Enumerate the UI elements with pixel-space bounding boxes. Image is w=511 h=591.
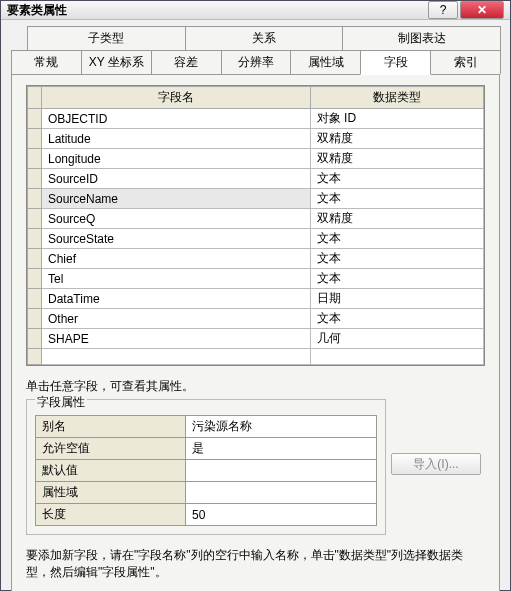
row-header[interactable]: [28, 269, 42, 289]
cell-data-type[interactable]: 双精度: [310, 209, 483, 229]
instruction-text: 单击任意字段，可查看其属性。: [26, 378, 485, 395]
tabs-row-lower: 常规XY 坐标系容差分辨率属性域字段索引: [11, 50, 500, 74]
tab-panel-fields: 字段名 数据类型 OBJECTID对象 IDLatitude双精度Longitu…: [11, 74, 500, 591]
col-data-type[interactable]: 数据类型: [310, 87, 483, 109]
row-header-col: [28, 87, 42, 109]
tab-分辨率[interactable]: 分辨率: [221, 50, 292, 74]
table-row[interactable]: SHAPE几何: [28, 329, 484, 349]
table-row[interactable]: DataTime日期: [28, 289, 484, 309]
property-value[interactable]: [186, 482, 377, 504]
fields-grid[interactable]: 字段名 数据类型 OBJECTID对象 IDLatitude双精度Longitu…: [26, 85, 485, 366]
tab-字段[interactable]: 字段: [360, 50, 431, 75]
cell-data-type[interactable]: 文本: [310, 309, 483, 329]
table-row[interactable]: SourceID文本: [28, 169, 484, 189]
property-row[interactable]: 别名污染源名称: [36, 416, 377, 438]
table-row[interactable]: OBJECTID对象 ID: [28, 109, 484, 129]
cell-field-name[interactable]: SourceState: [42, 229, 311, 249]
cell-data-type[interactable]: 双精度: [310, 129, 483, 149]
row-header[interactable]: [28, 329, 42, 349]
cell-field-name[interactable]: SHAPE: [42, 329, 311, 349]
row-header[interactable]: [28, 289, 42, 309]
row-header[interactable]: [28, 189, 42, 209]
cell-data-type[interactable]: [310, 349, 483, 365]
table-row[interactable]: SourceQ双精度: [28, 209, 484, 229]
cell-field-name[interactable]: Latitude: [42, 129, 311, 149]
table-row[interactable]: [28, 349, 484, 365]
cell-field-name[interactable]: Tel: [42, 269, 311, 289]
table-row[interactable]: Latitude双精度: [28, 129, 484, 149]
cell-data-type[interactable]: 文本: [310, 169, 483, 189]
cell-data-type[interactable]: 文本: [310, 249, 483, 269]
cell-field-name[interactable]: Chief: [42, 249, 311, 269]
cell-field-name[interactable]: SourceQ: [42, 209, 311, 229]
table-row[interactable]: Tel文本: [28, 269, 484, 289]
window-title: 要素类属性: [7, 2, 426, 19]
cell-data-type[interactable]: 双精度: [310, 149, 483, 169]
tab-制图表达[interactable]: 制图表达: [342, 26, 501, 50]
field-properties-label: 字段属性: [35, 394, 87, 411]
row-header[interactable]: [28, 349, 42, 365]
help-button[interactable]: ?: [428, 1, 458, 19]
field-properties-table[interactable]: 别名污染源名称允许空值是默认值属性域长度50: [35, 415, 377, 526]
hint-text: 要添加新字段，请在"字段名称"列的空行中输入名称，单击"数据类型"列选择数据类型…: [26, 547, 466, 581]
titlebar: 要素类属性 ? ✕: [1, 1, 510, 20]
tab-容差[interactable]: 容差: [151, 50, 222, 74]
content-area: 子类型关系制图表达 常规XY 坐标系容差分辨率属性域字段索引 字段名 数据类型 …: [1, 20, 510, 591]
import-button[interactable]: 导入(I)...: [391, 453, 481, 475]
cell-data-type[interactable]: 几何: [310, 329, 483, 349]
cell-data-type[interactable]: 对象 ID: [310, 109, 483, 129]
col-field-name[interactable]: 字段名: [42, 87, 311, 109]
cell-field-name[interactable]: OBJECTID: [42, 109, 311, 129]
property-value[interactable]: 50: [186, 504, 377, 526]
tab-XY 坐标系[interactable]: XY 坐标系: [81, 50, 152, 74]
row-header[interactable]: [28, 149, 42, 169]
table-row[interactable]: Chief文本: [28, 249, 484, 269]
row-header[interactable]: [28, 169, 42, 189]
cell-field-name[interactable]: SourceID: [42, 169, 311, 189]
row-header[interactable]: [28, 249, 42, 269]
cell-field-name[interactable]: DataTime: [42, 289, 311, 309]
property-row[interactable]: 属性域: [36, 482, 377, 504]
property-key: 允许空值: [36, 438, 186, 460]
tab-子类型[interactable]: 子类型: [27, 26, 186, 50]
tab-索引[interactable]: 索引: [430, 50, 501, 74]
property-row[interactable]: 默认值: [36, 460, 377, 482]
table-row[interactable]: Other文本: [28, 309, 484, 329]
property-key: 长度: [36, 504, 186, 526]
dialog-window: 要素类属性 ? ✕ 子类型关系制图表达 常规XY 坐标系容差分辨率属性域字段索引…: [0, 0, 511, 591]
cell-field-name[interactable]: Other: [42, 309, 311, 329]
cell-field-name[interactable]: SourceName: [42, 189, 311, 209]
tab-关系[interactable]: 关系: [185, 26, 344, 50]
table-row[interactable]: SourceState文本: [28, 229, 484, 249]
property-key: 属性域: [36, 482, 186, 504]
row-header[interactable]: [28, 129, 42, 149]
cell-data-type[interactable]: 文本: [310, 229, 483, 249]
row-header[interactable]: [28, 229, 42, 249]
property-key: 默认值: [36, 460, 186, 482]
tabs-row-upper: 子类型关系制图表达: [27, 26, 500, 50]
row-header[interactable]: [28, 109, 42, 129]
close-button[interactable]: ✕: [460, 1, 504, 19]
property-value[interactable]: 是: [186, 438, 377, 460]
property-value[interactable]: [186, 460, 377, 482]
property-row[interactable]: 长度50: [36, 504, 377, 526]
cell-data-type[interactable]: 文本: [310, 189, 483, 209]
tab-常规[interactable]: 常规: [11, 50, 82, 74]
cell-field-name[interactable]: [42, 349, 311, 365]
table-row[interactable]: SourceName文本: [28, 189, 484, 209]
cell-data-type[interactable]: 文本: [310, 269, 483, 289]
tab-属性域[interactable]: 属性域: [290, 50, 361, 74]
table-row[interactable]: Longitude双精度: [28, 149, 484, 169]
cell-data-type[interactable]: 日期: [310, 289, 483, 309]
property-key: 别名: [36, 416, 186, 438]
row-header[interactable]: [28, 209, 42, 229]
field-properties-group: 字段属性 别名污染源名称允许空值是默认值属性域长度50: [26, 399, 386, 535]
row-header[interactable]: [28, 309, 42, 329]
cell-field-name[interactable]: Longitude: [42, 149, 311, 169]
property-row[interactable]: 允许空值是: [36, 438, 377, 460]
property-value[interactable]: 污染源名称: [186, 416, 377, 438]
